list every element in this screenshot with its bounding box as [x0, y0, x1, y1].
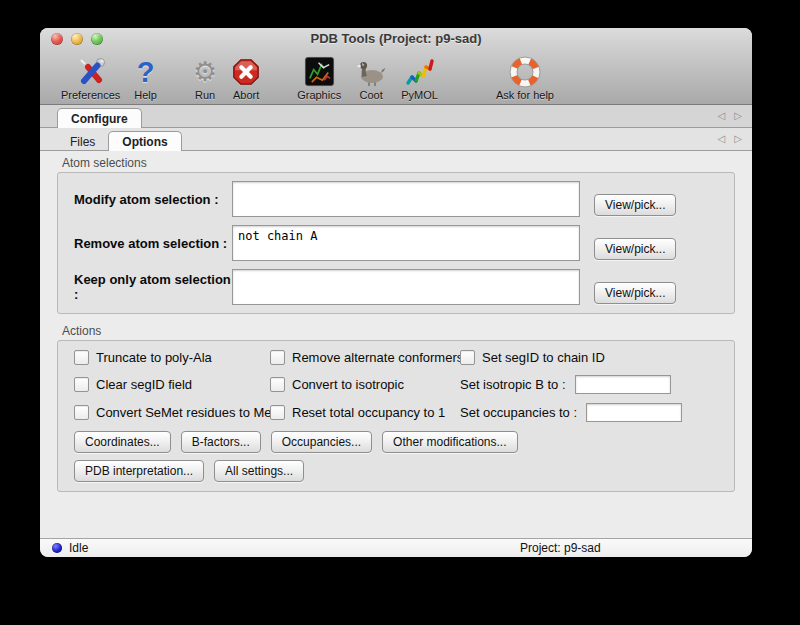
pymol-button[interactable]: PyMOL — [394, 55, 445, 101]
pymol-icon — [404, 55, 436, 88]
ask-for-help-icon — [509, 55, 541, 88]
titlebar: PDB Tools (Project: p9-sad) — [40, 28, 752, 49]
group-title: Actions — [62, 324, 735, 338]
atom-selections-group: Atom selections Modify atom selection : … — [57, 156, 735, 314]
checkbox-set-segid-to-chain-id[interactable]: Set segID to chain ID — [460, 349, 720, 366]
checkbox-convert-to-isotropic[interactable]: Convert to isotropic — [270, 376, 460, 393]
checkbox-label: Clear segID field — [96, 377, 192, 392]
preferences-icon — [75, 55, 107, 88]
group-title: Atom selections — [62, 156, 735, 170]
help-icon: ? — [137, 55, 155, 88]
coot-button[interactable]: Coot — [348, 55, 394, 101]
other-modifications-button[interactable]: Other modifications... — [382, 431, 517, 453]
field-label: Set isotropic B to : — [460, 377, 566, 392]
tab-scroll-arrows: ◁ ▷ — [718, 128, 742, 150]
toolbar-item-label: Run — [195, 89, 215, 101]
pdb-interpretation-button[interactable]: PDB interpretation... — [74, 460, 204, 482]
set-occupancies-row: Set occupancies to : — [460, 403, 720, 422]
coordinates-button[interactable]: Coordinates... — [74, 431, 171, 453]
close-button[interactable] — [51, 33, 63, 45]
actions-buttons-row-2: PDB interpretation... All settings... — [74, 460, 720, 482]
tab-options[interactable]: Options — [108, 131, 181, 151]
remove-atom-selection-input[interactable]: not chain A — [232, 225, 580, 261]
toolbar: Preferences ? Help ⚙ Run — [40, 49, 752, 104]
checkbox-label: Truncate to poly-Ala — [96, 350, 212, 365]
traffic-lights — [51, 33, 103, 45]
set-occupancies-input[interactable] — [586, 403, 682, 422]
set-isotropic-b-row: Set isotropic B to : — [460, 375, 720, 394]
checkbox-clear-segid-field[interactable]: Clear segID field — [74, 376, 270, 393]
tab-configure[interactable]: Configure — [57, 108, 142, 128]
checkbox-icon[interactable] — [460, 350, 475, 365]
tab-scroll-right-icon[interactable]: ▷ — [734, 111, 742, 121]
checkbox-icon[interactable] — [270, 377, 285, 392]
tab-files[interactable]: Files — [57, 132, 108, 151]
tab-scroll-right-icon[interactable]: ▷ — [734, 134, 742, 144]
preferences-button[interactable]: Preferences — [54, 55, 127, 101]
keep-only-atom-selection-input[interactable] — [232, 269, 580, 305]
remove-atom-selection-row: Remove atom selection : not chain A View… — [74, 225, 734, 261]
help-button[interactable]: ? Help — [127, 55, 164, 101]
checkbox-label: Convert SeMet residues to Met — [96, 405, 275, 420]
checkbox-label: Set segID to chain ID — [482, 350, 605, 365]
occupancies-button[interactable]: Occupancies... — [271, 431, 372, 453]
keep-only-atom-selection-row: Keep only atom selection : View/pick... — [74, 269, 734, 305]
view-pick-modify-button[interactable]: View/pick... — [594, 194, 676, 216]
minimize-button[interactable] — [71, 33, 83, 45]
tab-scroll-left-icon[interactable]: ◁ — [718, 111, 726, 121]
graphics-button[interactable]: Graphics — [290, 55, 348, 101]
checkbox-icon[interactable] — [74, 405, 89, 420]
abort-button[interactable]: Abort — [224, 55, 268, 101]
toolbar-item-label: Ask for help — [496, 89, 554, 101]
field-label: Set occupancies to : — [460, 405, 577, 420]
checkbox-icon[interactable] — [74, 377, 89, 392]
field-label: Keep only atom selection : — [74, 272, 232, 302]
ask-for-help-button[interactable]: Ask for help — [489, 55, 561, 101]
b-factors-button[interactable]: B-factors... — [181, 431, 261, 453]
checkbox-convert-semet-residues-to-met[interactable]: Convert SeMet residues to Met — [74, 404, 270, 421]
run-icon: ⚙ — [193, 55, 217, 88]
tab-scroll-left-icon[interactable]: ◁ — [718, 134, 726, 144]
graphics-icon — [304, 55, 335, 88]
field-label: Remove atom selection : — [74, 236, 232, 251]
field-label: Modify atom selection : — [74, 192, 232, 207]
all-settings-button[interactable]: All settings... — [214, 460, 304, 482]
tab-strip-main: Configure ◁ ▷ — [40, 105, 752, 128]
view-pick-remove-button[interactable]: View/pick... — [594, 238, 676, 260]
checkbox-label: Convert to isotropic — [292, 377, 404, 392]
checkbox-label: Remove alternate conformers — [292, 350, 463, 365]
status-text: Idle — [69, 541, 88, 555]
toolbar-item-label: Graphics — [297, 89, 341, 101]
status-indicator-icon — [52, 543, 62, 553]
checkbox-reset-total-occupancy-to-1[interactable]: Reset total occupancy to 1 — [270, 404, 460, 421]
actions-buttons-row-1: Coordinates... B-factors... Occupancies.… — [74, 431, 720, 453]
checkbox-remove-alternate-conformers[interactable]: Remove alternate conformers — [270, 349, 460, 366]
run-button[interactable]: ⚙ Run — [186, 55, 224, 101]
checkbox-icon[interactable] — [270, 405, 285, 420]
toolbar-item-label: Abort — [233, 89, 259, 101]
abort-icon — [231, 55, 261, 88]
toolbar-item-label: Coot — [360, 89, 383, 101]
actions-group: Actions Truncate to poly-Ala Remove alte… — [57, 324, 735, 492]
modify-atom-selection-input[interactable] — [232, 181, 580, 217]
view-pick-keep-button[interactable]: View/pick... — [594, 282, 676, 304]
toolbar-item-label: PyMOL — [401, 89, 438, 101]
set-isotropic-b-input[interactable] — [575, 375, 671, 394]
project-label: Project: p9-sad — [520, 541, 601, 555]
checkbox-icon[interactable] — [270, 350, 285, 365]
checkbox-truncate-to-poly-ala[interactable]: Truncate to poly-Ala — [74, 349, 270, 366]
pdb-tools-window: PDB Tools (Project: p9-sad) Preferences — [40, 28, 752, 557]
checkbox-label: Reset total occupancy to 1 — [292, 405, 445, 420]
window-chrome: PDB Tools (Project: p9-sad) Preferences — [40, 28, 752, 105]
zoom-button[interactable] — [91, 33, 103, 45]
status-bar: Idle Project: p9-sad — [40, 538, 752, 557]
options-panel: Atom selections Modify atom selection : … — [40, 151, 752, 544]
toolbar-item-label: Preferences — [61, 89, 120, 101]
window-title: PDB Tools (Project: p9-sad) — [40, 28, 752, 49]
modify-atom-selection-row: Modify atom selection : View/pick... — [74, 181, 734, 217]
toolbar-item-label: Help — [134, 89, 157, 101]
tab-scroll-arrows: ◁ ▷ — [718, 105, 742, 127]
coot-icon — [355, 55, 387, 88]
tab-strip-sub: Files Options ◁ ▷ — [40, 128, 752, 151]
checkbox-icon[interactable] — [74, 350, 89, 365]
